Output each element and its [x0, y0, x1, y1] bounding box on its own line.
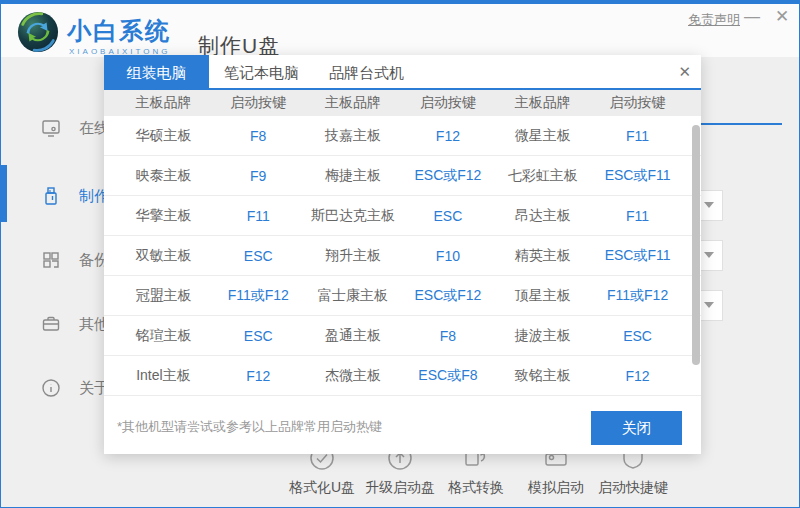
brand-cell: 七彩虹主板 — [495, 167, 590, 185]
chevron-down-icon — [704, 252, 714, 258]
monitor-icon — [41, 118, 61, 138]
brand-cell: 双敏主板 — [116, 247, 211, 265]
tab-assembled-pc[interactable]: 组装电脑 — [104, 55, 209, 90]
sidebar-item-about-us[interactable]: 关于我们 — [1, 376, 101, 408]
column-header: 主板品牌 — [495, 94, 590, 112]
brand-cell: 捷波主板 — [495, 327, 590, 345]
toolbar-item-label: 启动快捷键 — [585, 479, 681, 497]
table-row: 华硕主板 F8 技嘉主板 F12 微星主板 F11 — [104, 116, 701, 156]
brand-cell: 华硕主板 — [116, 127, 211, 145]
bootkey-cell: ESC — [590, 328, 685, 344]
briefcase-icon — [41, 314, 61, 334]
brand-cell: 斯巴达克主板 — [306, 207, 401, 225]
chevron-down-icon — [704, 302, 714, 308]
dialog-tabbar: 组装电脑 笔记本电脑 品牌台式机 ✕ — [104, 55, 701, 90]
table-header-row: 主板品牌 启动按键 主板品牌 启动按键 主板品牌 启动按键 — [104, 90, 701, 116]
table-row: 双敏主板 ESC 翔升主板 F10 精英主板 ESC或F11 — [104, 236, 701, 276]
bootkey-cell: F11 — [211, 208, 306, 224]
bootkey-cell: F11或F12 — [211, 287, 306, 305]
brand-cell: 盈通主板 — [306, 327, 401, 345]
brand-cell: 富士康主板 — [306, 287, 401, 305]
table-row: 铭瑄主板 ESC 盈通主板 F8 捷波主板 ESC — [104, 316, 701, 356]
disclaimer-link[interactable]: 免责声明 — [688, 11, 740, 29]
brand-cell: 微星主板 — [495, 127, 590, 145]
brand-cell: 冠盟主板 — [116, 287, 211, 305]
column-header: 启动按键 — [211, 94, 306, 112]
table-row: 华擎主板 F11 斯巴达克主板 ESC 昂达主板 F11 — [104, 196, 701, 236]
bootkey-cell: ESC或F12 — [401, 287, 496, 305]
tab-laptop[interactable]: 笔记本电脑 — [209, 55, 314, 90]
brand-cell: 昂达主板 — [495, 207, 590, 225]
tab-brand-desktop[interactable]: 品牌台式机 — [314, 55, 419, 90]
table-row: Intel主板 F12 杰微主板 ESC或F8 致铭主板 F12 — [104, 356, 701, 396]
brand-cell: 精英主板 — [495, 247, 590, 265]
table-row: 映泰主板 F9 梅捷主板 ESC或F12 七彩虹主板 ESC或F11 — [104, 156, 701, 196]
column-header: 启动按键 — [590, 94, 685, 112]
sidebar-item-backup-restore[interactable]: 备份还原 — [1, 248, 101, 280]
brand-cell: 翔升主板 — [306, 247, 401, 265]
dialog-close-icon[interactable]: ✕ — [678, 63, 691, 81]
bootkey-cell: ESC或F8 — [401, 367, 496, 385]
bootkey-cell: ESC或F11 — [590, 167, 685, 185]
bootkey-cell: ESC或F12 — [401, 167, 496, 185]
grid-icon — [41, 250, 61, 270]
bootkey-cell: F12 — [211, 368, 306, 384]
column-header: 启动按键 — [401, 94, 496, 112]
brand-cell: 梅捷主板 — [306, 167, 401, 185]
footer-note: *其他机型请尝试或参考以上品牌常用启动热键 — [117, 418, 382, 436]
bootkey-cell: ESC — [211, 248, 306, 264]
dialog-close-button[interactable]: 关闭 — [591, 411, 682, 445]
bootkey-cell: F9 — [211, 168, 306, 184]
bootkey-cell: F8 — [211, 128, 306, 144]
column-header: 主板品牌 — [306, 94, 401, 112]
brand-cell: 技嘉主板 — [306, 127, 401, 145]
bootkey-cell: F12 — [590, 368, 685, 384]
brand-cell: 映泰主板 — [116, 167, 211, 185]
info-icon — [41, 378, 61, 398]
bootkey-cell: ESC或F11 — [590, 247, 685, 265]
dialog-footer: *其他机型请尝试或参考以上品牌常用启动热键 关闭 — [104, 398, 701, 454]
brand-cell: 铭瑄主板 — [116, 327, 211, 345]
bootkey-cell: F12 — [401, 128, 496, 144]
app-logo-icon — [17, 11, 59, 53]
boot-hotkey-dialog: 组装电脑 笔记本电脑 品牌台式机 ✕ 主板品牌 启动按键 主板品牌 启动按键 主… — [104, 55, 701, 454]
table-row: 冠盟主板 F11或F12 富士康主板 ESC或F12 顶星主板 F11或F12 — [104, 276, 701, 316]
bootkey-cell: F11 — [590, 208, 685, 224]
sidebar-item-make-usb[interactable]: 制作U盘 — [1, 184, 101, 216]
brand-cell: Intel主板 — [116, 367, 211, 385]
brand-cell: 华擎主板 — [116, 207, 211, 225]
bootkey-cell: F8 — [401, 328, 496, 344]
bootkey-cell: ESC — [211, 328, 306, 344]
usb-drive-icon — [41, 186, 61, 206]
bootkey-cell: F11 — [590, 128, 685, 144]
brand-cell: 顶星主板 — [495, 287, 590, 305]
table-scrollbar[interactable] — [692, 125, 700, 365]
brand-cell: 致铭主板 — [495, 367, 590, 385]
chevron-down-icon — [704, 202, 714, 208]
brand-cell: 杰微主板 — [306, 367, 401, 385]
bootkey-cell: ESC — [401, 208, 496, 224]
header-bar: 小白系统 XIAOBAIXITONG 制作U盘 免责声明 — ✕ — [1, 4, 799, 57]
bootkey-cell: F11或F12 — [590, 287, 685, 305]
sidebar-item-other-features[interactable]: 其他功能 — [1, 312, 101, 344]
sidebar-item-online-reinstall[interactable]: 在线重装 — [1, 116, 101, 148]
window-close-button[interactable]: ✕ — [771, 6, 793, 28]
column-header: 主板品牌 — [116, 94, 211, 112]
bootkey-cell: F10 — [401, 248, 496, 264]
minimize-button[interactable]: — — [741, 6, 763, 28]
brand-name: 小白系统 — [67, 15, 171, 47]
app-window: 小白系统 XIAOBAIXITONG 制作U盘 免责声明 — ✕ 在线重装 制作… — [0, 0, 800, 508]
